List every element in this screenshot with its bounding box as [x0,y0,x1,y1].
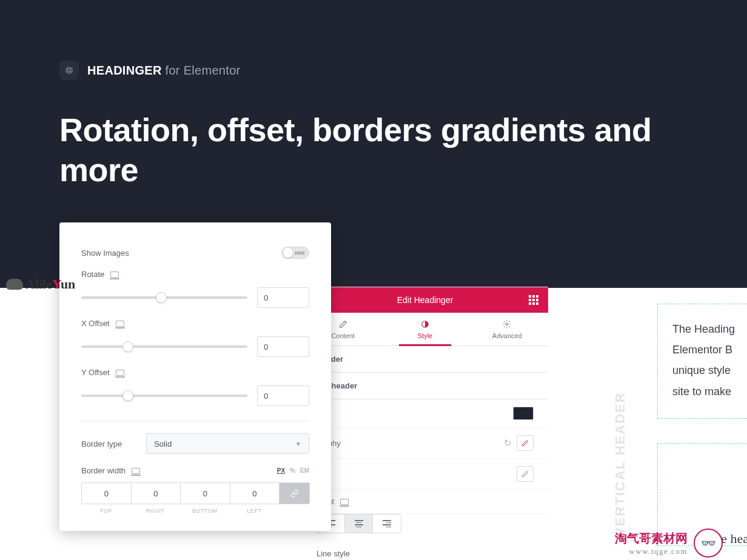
watermark-bottom: 淘气哥素材网 www.tqge.com 👓 [615,528,723,558]
align-center-button[interactable] [345,515,373,533]
pencil-icon [521,470,529,478]
row-color: r [302,399,548,428]
preview-text-box[interactable]: The Heading Elementor B unique style sit… [657,304,747,419]
svg-point-0 [66,67,73,74]
device-icon[interactable] [132,468,140,474]
slider-knob[interactable] [156,292,167,303]
brand-name: HEADINGER for Elementor [87,64,241,78]
panel-header: Edit Headinger [302,287,548,313]
panel-title: Edit Headinger [397,295,454,305]
chevron-down-icon: ▼ [295,441,301,447]
slider-knob[interactable] [122,341,133,352]
xoffset-slider-row: 0 [81,336,309,357]
show-images-row: Show Images HIDE [81,247,309,259]
vertical-header-text: VERTICAL HEADER [612,392,628,536]
color-picker[interactable] [513,407,534,420]
unit-em[interactable]: EM [300,467,309,474]
contrast-icon [421,320,429,328]
rotate-slider[interactable] [81,296,247,299]
unit-px[interactable]: PX [277,467,285,474]
apps-icon[interactable] [529,295,538,305]
bw-top-input[interactable]: 0 [81,482,132,504]
rotate-slider-row: 0 [81,287,309,308]
yoffset-label: Y Offset [81,368,309,377]
svg-point-2 [506,323,509,325]
device-icon[interactable] [116,321,124,327]
row-alignment: ment [302,490,548,514]
yoffset-slider-row: 0 [81,385,309,406]
row-linestyle[interactable]: Line style [302,541,548,560]
row-alignment-buttons [302,514,548,541]
preview-paragraph: The Heading Elementor B unique style sit… [672,319,747,402]
border-width-label: Border width [81,466,126,475]
device-icon[interactable] [340,499,349,505]
rotate-input[interactable]: 0 [257,287,309,308]
yoffset-slider[interactable] [81,395,247,397]
panel-tabs: Content Style Advanced [302,313,548,346]
xoffset-slider[interactable] [81,345,247,348]
reset-icon[interactable]: ↻ [504,438,512,448]
row-shadow: low [302,459,548,490]
divider [81,421,309,421]
border-type-select[interactable]: Solid ▼ [146,433,309,454]
typography-edit-button[interactable] [517,435,534,451]
link-values-button[interactable] [279,482,310,504]
xoffset-label: X Offset [81,319,309,328]
cloud-icon [6,279,23,290]
hero-title: Rotation, offset, borders gradients and … [59,110,688,190]
slider-knob[interactable] [122,390,133,401]
row-typography: graphy ↻ [302,428,548,459]
device-icon[interactable] [116,370,124,376]
watermark-left: AlileYun [6,276,75,292]
shadow-edit-button[interactable] [517,466,534,482]
border-type-label: Border type [81,439,122,448]
unit-selector: PX % EM [277,467,309,474]
border-width-inputs: 0 0 0 0 [81,482,309,504]
section-header[interactable]: Header [302,346,548,373]
bw-left-input[interactable]: 0 [230,482,280,504]
show-images-label: Show Images [81,248,129,258]
tab-style[interactable]: Style [384,313,466,345]
brand-row: HEADINGER for Elementor [59,61,688,80]
device-icon[interactable] [110,272,119,278]
controls-panel: Show Images HIDE Rotate 0 X Offset 0 Y O… [59,222,331,531]
yoffset-input[interactable]: 0 [257,385,309,406]
unit-percent[interactable]: % [290,467,295,474]
bw-labels: TOP RIGHT BOTTOM LEFT [81,508,309,514]
pencil-icon [339,320,347,328]
rotate-label: Rotate [81,270,309,279]
border-type-row: Border type Solid ▼ [81,433,309,454]
bw-bottom-input[interactable]: 0 [180,482,230,504]
preview-area: VERTICAL HEADER The Heading Elementor B … [548,288,747,560]
face-icon: 👓 [694,528,723,558]
show-images-toggle[interactable]: HIDE [281,247,309,259]
elementor-panel: Edit Headinger Content Style Advanced He… [302,287,548,560]
align-right-button[interactable] [373,515,401,533]
brand-icon [59,61,79,80]
tab-advanced[interactable]: Advanced [466,313,548,345]
border-width-row: Border width PX % EM [81,466,309,475]
xoffset-input[interactable]: 0 [257,336,309,357]
gear-icon [503,320,511,328]
bw-right-input[interactable]: 0 [131,482,181,504]
section-subheader[interactable]: Subheader [302,373,548,399]
pencil-icon [521,439,529,447]
